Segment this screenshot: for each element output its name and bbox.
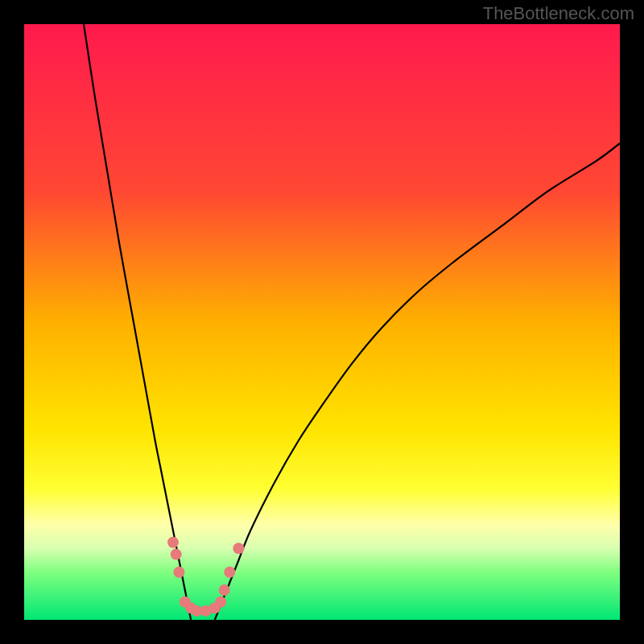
data-marker <box>219 584 230 596</box>
right-curve <box>215 143 620 620</box>
data-marker <box>224 567 235 578</box>
data-markers <box>167 537 244 617</box>
data-marker <box>171 549 182 560</box>
data-marker <box>233 543 244 554</box>
data-marker <box>173 567 184 578</box>
watermark-text: TheBottleneck.com <box>483 3 634 24</box>
left-curve <box>84 24 191 620</box>
curves-layer <box>24 24 620 620</box>
data-marker <box>167 537 179 548</box>
chart-container: TheBottleneck.com <box>0 0 644 644</box>
data-marker <box>215 597 226 608</box>
